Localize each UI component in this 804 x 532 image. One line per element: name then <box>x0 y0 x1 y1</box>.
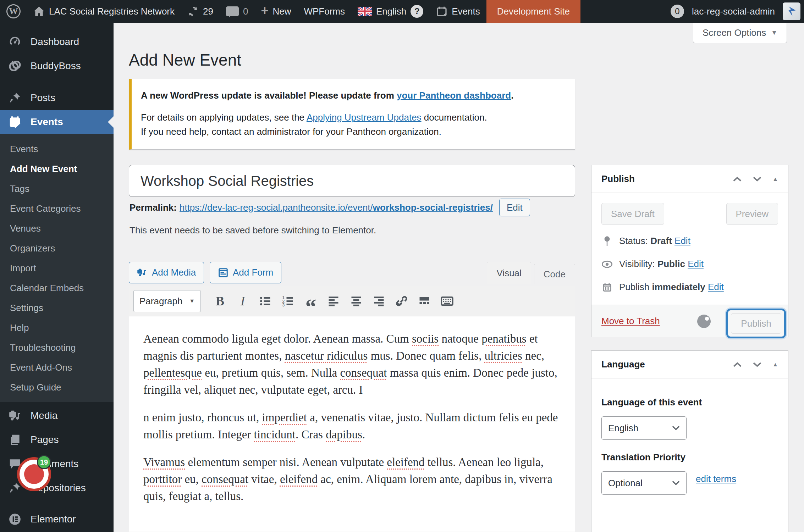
eye-icon <box>601 260 613 268</box>
upstream-updates-link[interactable]: Applying Upstream Updates <box>307 112 422 123</box>
environment-badge: Development Site <box>486 0 580 23</box>
permalink-link[interactable]: https://dev-lac-reg-social.pantheonsite.… <box>180 202 493 213</box>
numbered-list-icon[interactable]: 123 <box>278 290 298 312</box>
pantheon-dashboard-link[interactable]: your Pantheon dashboard <box>397 90 511 101</box>
add-media-button[interactable]: Add Media <box>129 262 204 283</box>
move-to-trash-link[interactable]: Move to Trash <box>601 316 660 327</box>
wpforms-menu[interactable]: WPForms <box>297 0 351 23</box>
language-switcher-menu[interactable]: English ? <box>351 0 430 23</box>
editor-text: tellus. Aenean leo ligula, <box>425 456 544 469</box>
calendar-icon <box>8 115 22 129</box>
add-form-button[interactable]: Add Form <box>210 262 281 283</box>
edit-schedule-link[interactable]: Edit <box>708 282 724 292</box>
repositories-count-badge: 19 <box>37 455 51 469</box>
submenu-item[interactable]: Troubleshooting <box>0 338 114 358</box>
comments-menu[interactable]: 0 <box>220 0 254 23</box>
add-media-icon <box>137 267 148 278</box>
collapse-toggle-icon[interactable]: ▲ <box>772 176 778 182</box>
editor-text: vitae, <box>248 473 280 486</box>
sidebar-item-buddyboss[interactable]: BuddyBoss <box>0 54 114 78</box>
editor-text: eu, pretium quis, sem. Nulla <box>202 366 340 379</box>
permalink-base: https://dev-lac-reg-social.pantheonsite.… <box>180 202 373 213</box>
submenu-item[interactable]: Settings <box>0 298 114 318</box>
screen-options-button[interactable]: Screen Options ▼ <box>693 23 787 43</box>
elementor-icon <box>8 512 22 526</box>
tab-visual[interactable]: Visual <box>487 262 531 284</box>
event-title-value: Workshop Social Registries <box>141 173 314 189</box>
sidebar-item-dashboard[interactable]: Dashboard <box>0 30 114 54</box>
wordpress-logo-menu[interactable]: W <box>0 0 27 23</box>
blockquote-icon[interactable]: “ <box>301 290 321 312</box>
misspelled-word: sociis <box>412 332 439 345</box>
visibility-label: Visibility: <box>619 259 657 269</box>
move-up-icon[interactable] <box>733 176 742 182</box>
sidebar-item-pages[interactable]: Pages <box>0 428 114 452</box>
sidebar-item-events[interactable]: Events <box>0 110 114 134</box>
sidebar-item-repositories[interactable]: Repositories <box>0 476 114 500</box>
read-more-icon[interactable] <box>414 290 434 312</box>
event-title-input[interactable]: Workshop Social Registries <box>129 165 575 197</box>
submenu-item[interactable]: Setup Guide <box>0 377 114 397</box>
events-adminbar-menu[interactable]: Events <box>430 0 486 23</box>
collapse-toggle-icon[interactable]: ▲ <box>772 361 778 368</box>
site-name-menu[interactable]: LAC Social Registries Network <box>27 0 181 23</box>
submenu-item[interactable]: Organizers <box>0 238 114 258</box>
notice-text: A new WordPress update is available! Ple… <box>141 90 397 101</box>
new-label: New <box>272 6 291 17</box>
submenu-item[interactable]: Event Add-Ons <box>0 358 114 377</box>
sidebar-item-media[interactable]: Media <box>0 404 114 428</box>
misspelled-word: dapibus <box>326 428 362 441</box>
sidebar-item-posts[interactable]: Posts <box>0 86 114 110</box>
save-draft-button[interactable]: Save Draft <box>601 203 664 225</box>
calendar-icon <box>436 6 447 17</box>
submenu-item[interactable]: Help <box>0 318 114 338</box>
paragraph-format-select[interactable]: Paragraph ▼ <box>133 290 201 312</box>
bold-icon[interactable]: B <box>210 290 230 312</box>
move-down-icon[interactable] <box>753 362 762 367</box>
screen-options-label: Screen Options <box>703 27 766 38</box>
publish-panel: Publish ▲ Save Draft Preview Status: Dra… <box>591 165 788 337</box>
submenu-item[interactable]: Venues <box>0 218 114 238</box>
format-selected-value: Paragraph <box>139 296 182 307</box>
updates-menu[interactable]: 29 <box>181 0 220 23</box>
wordpress-logo-icon: W <box>6 4 21 18</box>
sidebar-item-elementor[interactable]: Elementor <box>0 507 114 531</box>
main-content: Screen Options ▼ Add New Event A new Wor… <box>114 23 804 532</box>
italic-icon[interactable]: I <box>233 290 253 312</box>
editor-text: nec, <box>522 349 544 362</box>
notice-text: For details on applying updates, see the <box>141 112 307 123</box>
align-right-icon[interactable] <box>369 290 389 312</box>
publish-button[interactable]: Publish <box>731 313 781 334</box>
bulleted-list-icon[interactable] <box>255 290 275 312</box>
avatar[interactable] <box>783 2 800 20</box>
misspelled-word: Vivamus <box>143 456 185 469</box>
preview-button[interactable]: Preview <box>726 203 778 225</box>
submenu-item[interactable]: Calendar Embeds <box>0 278 114 298</box>
align-center-icon[interactable] <box>346 290 366 312</box>
edit-status-link[interactable]: Edit <box>674 235 690 246</box>
pages-icon <box>8 433 22 447</box>
new-content-menu[interactable]: + New <box>254 0 297 23</box>
move-up-icon[interactable] <box>733 362 742 367</box>
chevron-down-icon <box>672 481 680 486</box>
priority-select[interactable]: Optional <box>601 471 687 495</box>
move-down-icon[interactable] <box>753 176 762 182</box>
submenu-item[interactable]: Tags <box>0 179 114 199</box>
link-icon[interactable] <box>392 290 412 312</box>
permalink-edit-button[interactable]: Edit <box>499 199 530 216</box>
buddyboss-icon <box>8 59 22 73</box>
edit-terms-link[interactable]: edit terms <box>696 473 736 484</box>
submenu-item[interactable]: Events <box>0 139 114 159</box>
edit-visibility-link[interactable]: Edit <box>688 259 704 269</box>
submenu-item[interactable]: Event Categories <box>0 199 114 218</box>
submenu-item[interactable]: Add New Event <box>0 159 114 179</box>
spinner-indicator <box>697 315 711 328</box>
pushpin-icon <box>8 91 22 105</box>
user-account-menu[interactable]: lac-reg-social-admin <box>690 0 777 23</box>
language-select[interactable]: English <box>601 416 687 440</box>
submenu-item[interactable]: Import <box>0 258 114 278</box>
align-left-icon[interactable] <box>324 290 343 312</box>
keyboard-shortcuts-icon[interactable] <box>437 290 457 312</box>
tab-code[interactable]: Code <box>534 264 575 284</box>
editor-content[interactable]: Aenean commodo ligula eget dolor. Aenean… <box>129 316 575 532</box>
